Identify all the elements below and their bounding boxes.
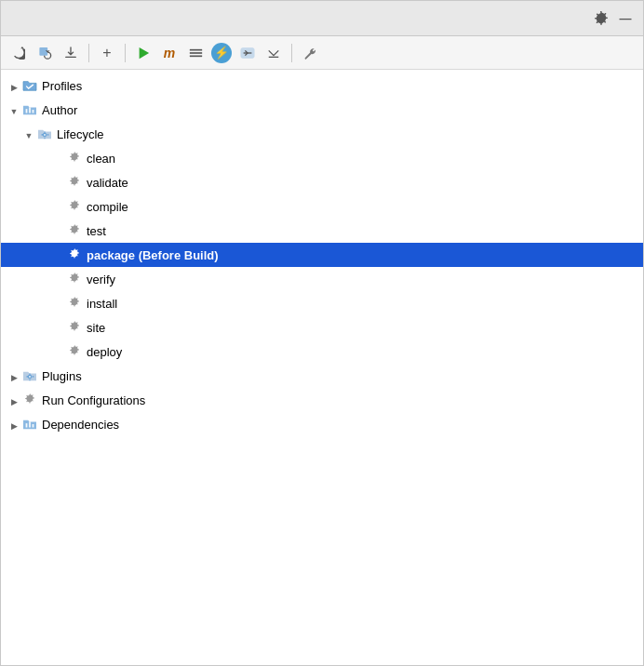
- refresh-button[interactable]: [7, 41, 31, 65]
- tree-item-label: Dependencies: [42, 418, 119, 432]
- gear-icon: [66, 295, 83, 312]
- tree-item-label: deploy: [87, 345, 122, 359]
- toggle-icon-run-configs: ▶: [7, 393, 21, 407]
- tree-item-label: verify: [87, 273, 115, 286]
- svg-rect-15: [26, 423, 28, 427]
- run-button[interactable]: [131, 41, 155, 65]
- tree-item-verify[interactable]: verify: [1, 267, 643, 291]
- toggle-icon-lifecycle: ▼: [21, 127, 36, 141]
- tree-item-label: test: [87, 224, 106, 238]
- lightning-button[interactable]: ⚡: [209, 41, 234, 65]
- tree-item-label: Profiles: [42, 79, 82, 93]
- tree-item-label: Plugins: [42, 369, 82, 383]
- folder-bar2-icon: [21, 416, 38, 433]
- tree-item-label: clean: [87, 152, 115, 166]
- toggle-icon-test: [51, 224, 66, 238]
- wrench-button[interactable]: [298, 41, 322, 65]
- tree-item-deploy[interactable]: deploy: [1, 340, 643, 364]
- svg-rect-10: [33, 110, 34, 113]
- tree-item-dependencies[interactable]: ▶ Dependencies: [1, 412, 643, 436]
- folder-gear-icon: [36, 126, 53, 142]
- tree-item-plugins[interactable]: ▶ Plugins: [1, 364, 643, 388]
- tree-item-install[interactable]: install: [1, 291, 643, 315]
- svg-rect-8: [26, 109, 28, 113]
- toggle-icon-deploy: [51, 345, 66, 359]
- skip-tests-button[interactable]: [235, 41, 260, 65]
- toggle-icon-package: [51, 248, 66, 262]
- tree-item-compile[interactable]: compile: [1, 194, 643, 219]
- toggle-icon-author: ▼: [7, 103, 21, 117]
- tree-item-label: Run Configurations: [42, 393, 145, 407]
- gear-icon: [66, 319, 83, 336]
- toggle-icon-verify: [51, 273, 66, 286]
- tree-item-lifecycle[interactable]: ▼ Lifecycle: [1, 122, 643, 146]
- svg-point-12: [44, 134, 46, 136]
- gear-icon: [66, 246, 83, 263]
- gear-icon: [66, 174, 83, 191]
- tree-item-label: compile: [87, 200, 128, 214]
- tree-item-run-configs[interactable]: ▶ Run Configurations: [1, 388, 643, 412]
- tree-item-label: Author: [42, 103, 77, 117]
- tree-view: ▶ Profiles▼ Author▼ Lifecycle clean vali…: [1, 70, 643, 665]
- folder-check-icon: [21, 77, 38, 94]
- tree-item-label: site: [87, 321, 105, 335]
- toggle-icon-dependencies: ▶: [7, 418, 21, 432]
- svg-rect-17: [33, 424, 34, 428]
- toggle-icon-site: [51, 321, 66, 335]
- toggle-icon-validate: [51, 176, 66, 190]
- gear-icon: [66, 150, 83, 166]
- gear-icon: [66, 343, 83, 360]
- tree-item-package[interactable]: package (Before Build): [1, 243, 643, 267]
- reload-project-button[interactable]: [33, 41, 57, 65]
- gear-icon: [66, 271, 83, 287]
- tree-item-author[interactable]: ▼ Author: [1, 98, 643, 122]
- toggle-icon-profiles: ▶: [7, 79, 21, 93]
- toggle-icon-plugins: ▶: [7, 369, 21, 383]
- download-button[interactable]: [59, 41, 83, 65]
- minimize-icon[interactable]: —: [617, 10, 634, 27]
- separator-3: [291, 44, 292, 62]
- tree-item-site[interactable]: site: [1, 315, 643, 340]
- tree-item-validate[interactable]: validate: [1, 170, 643, 194]
- gear-icon: [66, 222, 83, 239]
- toolbar: + m ⚡: [1, 36, 643, 70]
- separator-2: [125, 44, 126, 62]
- tree-item-test[interactable]: test: [1, 219, 643, 243]
- tree-item-label: package (Before Build): [87, 248, 219, 262]
- collapse-button[interactable]: [262, 41, 286, 65]
- gear-icon: [21, 392, 38, 408]
- title-bar: —: [1, 1, 643, 36]
- tree-item-profiles[interactable]: ▶ Profiles: [1, 73, 643, 98]
- add-button[interactable]: +: [95, 41, 119, 65]
- folder-bar-icon: [21, 101, 38, 118]
- tree-item-clean[interactable]: clean: [1, 146, 643, 170]
- separator-1: [88, 44, 89, 62]
- svg-rect-16: [29, 421, 31, 427]
- settings-icon[interactable]: [593, 10, 610, 27]
- toggle-icon-install: [51, 297, 66, 311]
- maven-panel: — +: [0, 0, 644, 666]
- tree-item-label: Lifecycle: [57, 127, 104, 141]
- svg-rect-9: [29, 107, 31, 113]
- toggle-icon-clean: [51, 152, 66, 166]
- gear-icon: [66, 198, 83, 215]
- toggle-icon-compile: [51, 200, 66, 214]
- tree-item-label: validate: [87, 176, 128, 190]
- toggle-offline-button[interactable]: [183, 41, 208, 65]
- title-bar-icons: —: [593, 10, 634, 27]
- tree-item-label: install: [87, 297, 117, 311]
- maven-button[interactable]: m: [157, 41, 181, 65]
- svg-point-14: [29, 376, 31, 378]
- svg-marker-1: [140, 47, 150, 58]
- folder-gear-icon: [21, 367, 38, 384]
